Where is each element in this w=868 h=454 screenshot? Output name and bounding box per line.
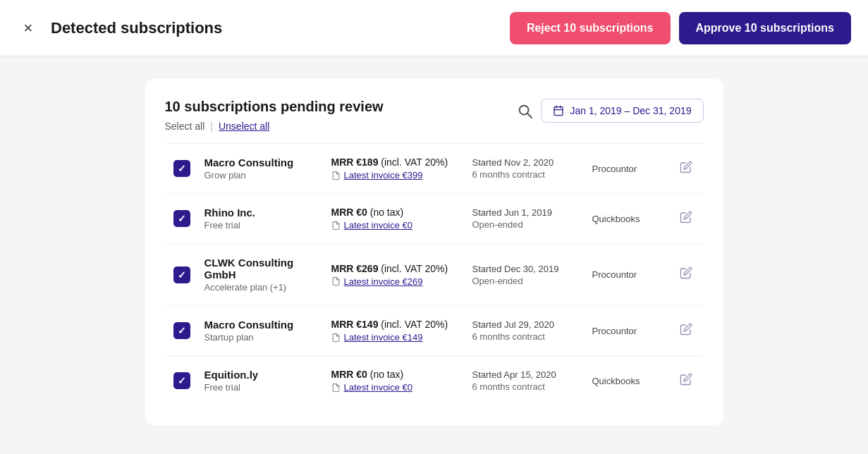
checkbox-wrap[interactable] — [173, 160, 190, 177]
sub-info: Equition.ly Free trial — [204, 369, 317, 393]
mrr-amount: MRR €0 (no tax) — [331, 207, 458, 218]
contract-type: Open-ended — [472, 276, 578, 286]
sub-name: Equition.ly — [204, 369, 317, 381]
sub-mrr: MRR €149 (incl. VAT 20%) Latest invoice … — [331, 319, 458, 343]
sub-mrr: MRR €189 (incl. VAT 20%) Latest invoice … — [331, 157, 458, 180]
sub-name: Rhino Inc. — [204, 207, 317, 219]
sub-mrr: MRR €0 (no tax) Latest invoice €0 — [331, 207, 458, 231]
sub-dates: Started Dec 30, 2019 Open-ended — [472, 264, 578, 286]
subscription-item: Macro Consulting Grow plan MRR €189 (inc… — [165, 143, 704, 193]
checkbox-checked[interactable] — [173, 210, 190, 227]
contract-type: Open-ended — [472, 219, 578, 230]
subscription-item: Equition.ly Free trial MRR €0 (no tax) L… — [165, 355, 704, 405]
checkbox-checked[interactable] — [173, 266, 190, 283]
pdf-icon — [331, 383, 341, 393]
sub-plan: Free trial — [204, 382, 317, 393]
checkbox-checked[interactable] — [173, 160, 190, 177]
calendar-icon — [553, 105, 564, 116]
sub-plan: Accelerate plan (+1) — [204, 282, 317, 293]
svg-point-0 — [520, 106, 529, 115]
sub-name: CLWK Consulting GmbH — [204, 257, 317, 281]
search-button[interactable] — [517, 103, 532, 118]
card-title: 10 subscriptions pending review — [165, 99, 384, 115]
invoice-link[interactable]: Latest invoice €269 — [331, 276, 458, 287]
edit-button[interactable] — [677, 370, 695, 392]
start-date: Started Nov 2, 2020 — [472, 157, 578, 168]
sub-mrr: MRR €269 (incl. VAT 20%) Latest invoice … — [331, 263, 458, 287]
sub-info: CLWK Consulting GmbH Accelerate plan (+1… — [204, 257, 317, 293]
page-header: × Detected subscriptions Reject 10 subsc… — [0, 0, 868, 56]
pdf-icon — [331, 221, 341, 231]
start-date: Started Apr 15, 2020 — [472, 369, 578, 380]
edit-icon — [680, 323, 692, 336]
subscription-item: Macro Consulting Startup plan MRR €149 (… — [165, 305, 704, 355]
divider: | — [210, 121, 213, 132]
edit-icon — [680, 373, 692, 386]
contract-type: 6 months contract — [472, 169, 578, 180]
subscriptions-card: 10 subscriptions pending review Select a… — [145, 79, 723, 425]
sub-integration: Procountor — [592, 269, 663, 280]
invoice-link[interactable]: Latest invoice €0 — [331, 220, 458, 231]
selection-controls: Select all | Unselect all — [165, 121, 384, 132]
card-header: 10 subscriptions pending review Select a… — [165, 99, 704, 132]
checkbox-wrap[interactable] — [173, 210, 190, 227]
unselect-all-link[interactable]: Unselect all — [219, 121, 269, 132]
checkbox-wrap[interactable] — [173, 266, 190, 283]
checkbox-checked[interactable] — [173, 322, 190, 339]
sub-name: Macro Consulting — [204, 157, 317, 168]
sub-integration: Quickbooks — [592, 376, 663, 386]
sub-plan: Startup plan — [204, 332, 317, 343]
sub-dates: Started Jul 29, 2020 6 months contract — [472, 319, 578, 342]
contract-type: 6 months contract — [472, 381, 578, 392]
mrr-amount: MRR €149 (incl. VAT 20%) — [331, 319, 458, 330]
pdf-icon — [331, 171, 341, 180]
search-icon — [517, 103, 532, 118]
select-all-link[interactable]: Select all — [165, 121, 205, 132]
sub-dates: Started Apr 15, 2020 6 months contract — [472, 369, 578, 392]
checkbox-wrap[interactable] — [173, 322, 190, 339]
edit-button[interactable] — [677, 208, 695, 230]
sub-dates: Started Nov 2, 2020 6 months contract — [472, 157, 578, 180]
start-date: Started Dec 30, 2019 — [472, 264, 578, 274]
sub-dates: Started Jun 1, 2019 Open-ended — [472, 207, 578, 230]
mrr-amount: MRR €0 (no tax) — [331, 369, 458, 380]
header-left: × Detected subscriptions — [17, 17, 222, 39]
card-header-left: 10 subscriptions pending review Select a… — [165, 99, 384, 132]
checkbox-checked[interactable] — [173, 372, 190, 389]
header-actions: Reject 10 subscriptions Approve 10 subsc… — [510, 12, 851, 44]
invoice-link[interactable]: Latest invoice €149 — [331, 332, 458, 343]
card-header-right: Jan 1, 2019 – Dec 31, 2019 — [517, 99, 703, 123]
invoice-link[interactable]: Latest invoice €399 — [331, 170, 458, 180]
main-content: 10 subscriptions pending review Select a… — [0, 56, 868, 448]
date-range-label: Jan 1, 2019 – Dec 31, 2019 — [570, 105, 691, 116]
sub-integration: Procountor — [592, 164, 663, 174]
svg-line-1 — [528, 114, 532, 118]
pdf-icon — [331, 276, 341, 286]
mrr-amount: MRR €189 (incl. VAT 20%) — [331, 157, 458, 168]
edit-icon — [680, 266, 692, 279]
page-title: Detected subscriptions — [51, 19, 222, 37]
reject-button[interactable]: Reject 10 subscriptions — [510, 12, 671, 44]
edit-icon — [680, 211, 692, 223]
close-button[interactable]: × — [17, 17, 39, 39]
sub-name: Macro Consulting — [204, 319, 317, 331]
invoice-link[interactable]: Latest invoice €0 — [331, 382, 458, 393]
sub-plan: Grow plan — [204, 170, 317, 180]
sub-plan: Free trial — [204, 220, 317, 231]
sub-integration: Quickbooks — [592, 214, 663, 224]
subscription-item: CLWK Consulting GmbH Accelerate plan (+1… — [165, 243, 704, 305]
checkbox-wrap[interactable] — [173, 372, 190, 389]
approve-button[interactable]: Approve 10 subscriptions — [679, 12, 852, 44]
edit-icon — [680, 161, 692, 173]
pdf-icon — [331, 333, 341, 343]
sub-integration: Procountor — [592, 326, 663, 336]
sub-info: Macro Consulting Startup plan — [204, 319, 317, 343]
contract-type: 6 months contract — [472, 331, 578, 342]
subscription-item: Rhino Inc. Free trial MRR €0 (no tax) La… — [165, 193, 704, 243]
sub-mrr: MRR €0 (no tax) Latest invoice €0 — [331, 369, 458, 393]
edit-button[interactable] — [677, 320, 695, 342]
edit-button[interactable] — [677, 158, 695, 180]
date-range-filter[interactable]: Jan 1, 2019 – Dec 31, 2019 — [541, 99, 703, 123]
edit-button[interactable] — [677, 264, 695, 286]
sub-info: Macro Consulting Grow plan — [204, 157, 317, 180]
